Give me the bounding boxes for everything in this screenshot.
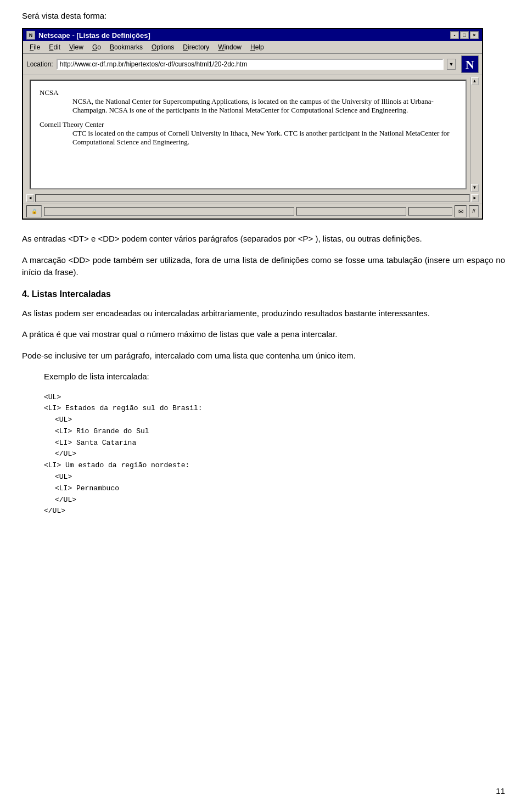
menu-view[interactable]: View [65, 42, 88, 52]
vertical-scrollbar[interactable]: ▲ ▼ [470, 77, 479, 192]
title-bar-left: N Netscape - [Listas de Definições] [26, 31, 150, 40]
example-label: Exemplo de lista intercalada: [44, 371, 505, 383]
location-input[interactable] [57, 59, 444, 70]
browser-window: N Netscape - [Listas de Definições] - □ … [22, 28, 483, 220]
menu-bar: File Edit View Go Bookmarks Options Dire… [23, 41, 482, 54]
code-line-11: </UL> [44, 506, 505, 517]
menu-go[interactable]: Go [88, 42, 105, 52]
menu-window[interactable]: Window [214, 42, 246, 52]
location-bar: Location: ▼ N [23, 54, 482, 75]
paragraph-5: Pode-se inclusive ter um parágrafo, inte… [22, 350, 505, 362]
code-block: <UL> <LI> Estados da região sul do Brasi… [44, 392, 505, 518]
status-icon: 🔒 [26, 205, 42, 217]
menu-directory[interactable]: Directory [178, 42, 214, 52]
status-bar: 🔒 ✉ // [23, 204, 482, 219]
menu-options[interactable]: Options [147, 42, 178, 52]
code-line-3: <UL> [55, 415, 505, 426]
code-line-9: <LI> Pernambuco [55, 483, 505, 495]
scroll-track [471, 85, 479, 184]
status-mail: ✉ [455, 205, 467, 217]
scroll-down-button[interactable]: ▼ [471, 184, 479, 192]
netscape-icon: N [26, 31, 35, 40]
browser-content: NCSA NCSA, the National Center for Super… [30, 80, 467, 189]
scroll-right-button[interactable]: ► [471, 194, 479, 202]
code-line-8: <UL> [55, 472, 505, 483]
status-extra2 [408, 207, 452, 216]
main-content: As entradas <DT> e <DD> podem conter vár… [22, 233, 505, 517]
code-line-6: </UL> [55, 449, 505, 460]
code-line-5: <LI> Santa Catarina [55, 438, 505, 449]
status-extra1 [296, 207, 406, 216]
paragraph-3: As listas podem ser encadeadas ou interc… [22, 307, 505, 320]
definition-list: NCSA NCSA, the National Center for Super… [40, 88, 455, 147]
dt-ncsa: NCSA [40, 88, 455, 97]
location-label: Location: [26, 60, 53, 68]
section-title: Listas Intercaladas [32, 289, 111, 299]
paragraph-1: As entradas <DT> e <DD> podem conter vár… [22, 233, 505, 245]
menu-bookmarks[interactable]: Bookmarks [105, 42, 147, 52]
dt-cornell: Cornell Theory Center [40, 120, 455, 129]
scroll-left-button[interactable]: ◄ [26, 194, 34, 202]
maximize-button[interactable]: □ [460, 31, 469, 39]
code-line-4: <LI> Rio Grande do Sul [55, 426, 505, 438]
page-number: 11 [496, 786, 505, 796]
code-line-2: <LI> Estados da região sul do Brasil: [44, 403, 505, 415]
location-dropdown[interactable]: ▼ [447, 59, 456, 70]
netscape-logo: N [461, 55, 479, 73]
paragraph-4: A prática é que vai mostrar qual o númer… [22, 328, 505, 341]
title-bar: N Netscape - [Listas de Definições] - □ … [23, 29, 482, 41]
hscroll-track [35, 194, 470, 202]
close-button[interactable]: × [470, 31, 479, 39]
menu-file[interactable]: File [25, 42, 44, 52]
scroll-up-button[interactable]: ▲ [471, 77, 479, 85]
horizontal-scrollbar[interactable]: ◄ ► [26, 194, 479, 203]
paragraph-2: A marcação <DD> pode também ser utilizad… [22, 254, 505, 279]
menu-edit[interactable]: Edit [44, 42, 65, 52]
dd-cornell: CTC is located on the campus of Cornell … [72, 129, 455, 147]
browser-title: Netscape - [Listas de Definições] [38, 31, 150, 40]
dd-ncsa: NCSA, the National Center for Supercompu… [72, 97, 455, 115]
section-number: 4. [22, 289, 29, 299]
status-extra3: // [469, 205, 479, 217]
window-controls: - □ × [450, 31, 479, 39]
menu-help[interactable]: Help [246, 42, 268, 52]
intro-label: Será vista desta forma: [22, 11, 505, 20]
status-progress [44, 207, 294, 216]
code-line-10: </UL> [55, 495, 505, 506]
code-line-1: <UL> [44, 392, 505, 404]
minimize-button[interactable]: - [450, 31, 459, 39]
section-heading: 4. Listas Intercaladas [22, 288, 505, 301]
code-line-7: <LI> Um estado da região nordeste: [44, 460, 505, 472]
